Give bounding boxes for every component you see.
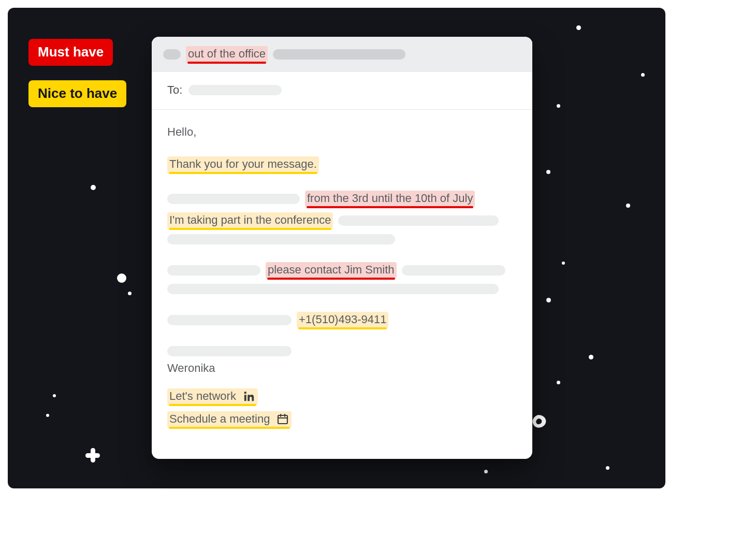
star-icon (576, 25, 581, 30)
signature-links: Let's network Schedule a meeting (167, 388, 517, 434)
star-icon (606, 466, 609, 470)
email-body: Hello, Thank you for your message. from … (152, 110, 532, 444)
placeholder-block (163, 49, 181, 60)
placeholder-block (188, 85, 282, 95)
phone-highlight-nice: +1(510)493-9411 (297, 312, 388, 328)
star-icon (484, 470, 488, 473)
linkedin-icon (242, 389, 256, 403)
star-icon (562, 262, 565, 265)
subject-highlight-must: out of the office (186, 46, 268, 63)
placeholder-block (167, 284, 499, 294)
svg-rect-2 (278, 415, 287, 424)
date-range-highlight-must: from the 3rd until the 10th of July (305, 191, 475, 207)
star-icon (117, 273, 126, 283)
link-network[interactable]: Let's network (167, 388, 258, 405)
dark-panel: Must have Nice to have out of the office… (8, 8, 665, 488)
stage: Must have Nice to have out of the office… (0, 0, 756, 549)
legend-must-have: Must have (28, 39, 113, 66)
star-icon (46, 414, 49, 417)
link-network-label: Let's network (169, 389, 236, 403)
placeholder-block (402, 265, 505, 276)
placeholder-block (167, 346, 292, 356)
sender-name: Weronika (167, 362, 215, 375)
star-icon (546, 298, 551, 302)
star-icon (626, 204, 630, 208)
star-icon (589, 355, 593, 359)
svg-point-1 (244, 392, 246, 394)
calendar-icon (276, 412, 289, 426)
placeholder-block (167, 265, 260, 276)
placeholder-block (167, 234, 395, 244)
placeholder-block (167, 194, 300, 204)
to-label: To: (167, 83, 182, 97)
star-icon (53, 394, 56, 397)
thanks-highlight-nice: Thank you for your message. (167, 156, 319, 173)
star-icon (557, 104, 560, 108)
email-to-row: To: (152, 72, 532, 110)
star-icon (557, 381, 560, 384)
svg-rect-0 (244, 395, 246, 401)
contact-highlight-must: please contact Jim Smith (266, 262, 397, 279)
placeholder-block (167, 315, 292, 325)
email-card: out of the office To: Hello, Thank you f… (152, 37, 532, 459)
placeholder-block (273, 49, 405, 60)
link-schedule[interactable]: Schedule a meeting (167, 411, 292, 428)
star-icon (128, 292, 132, 295)
star-icon (641, 73, 645, 77)
star-icon (91, 185, 96, 190)
legend-nice-to-have: Nice to have (28, 80, 126, 107)
greeting-text: Hello, (167, 125, 196, 139)
star-icon (546, 170, 550, 174)
placeholder-block (338, 215, 499, 226)
link-schedule-label: Schedule a meeting (169, 412, 270, 426)
email-subject-bar: out of the office (152, 37, 532, 72)
blob-icon (532, 414, 547, 429)
conference-highlight-nice: I'm taking part in the conference (167, 212, 333, 229)
plus-icon (85, 448, 100, 463)
